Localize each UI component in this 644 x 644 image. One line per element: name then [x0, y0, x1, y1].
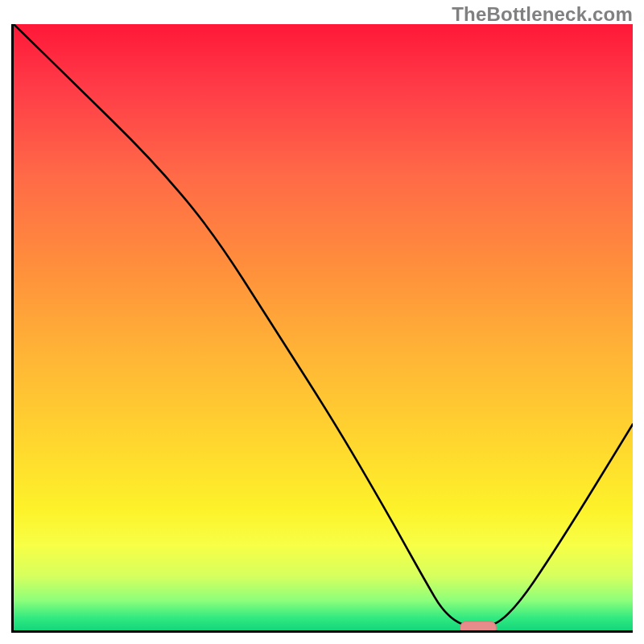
- bottleneck-curve-path: [14, 24, 633, 627]
- chart-curve-svg: [14, 24, 633, 630]
- watermark-text: TheBottleneck.com: [452, 3, 633, 26]
- optimal-marker: [460, 621, 497, 634]
- chart-plot-area: [11, 24, 633, 633]
